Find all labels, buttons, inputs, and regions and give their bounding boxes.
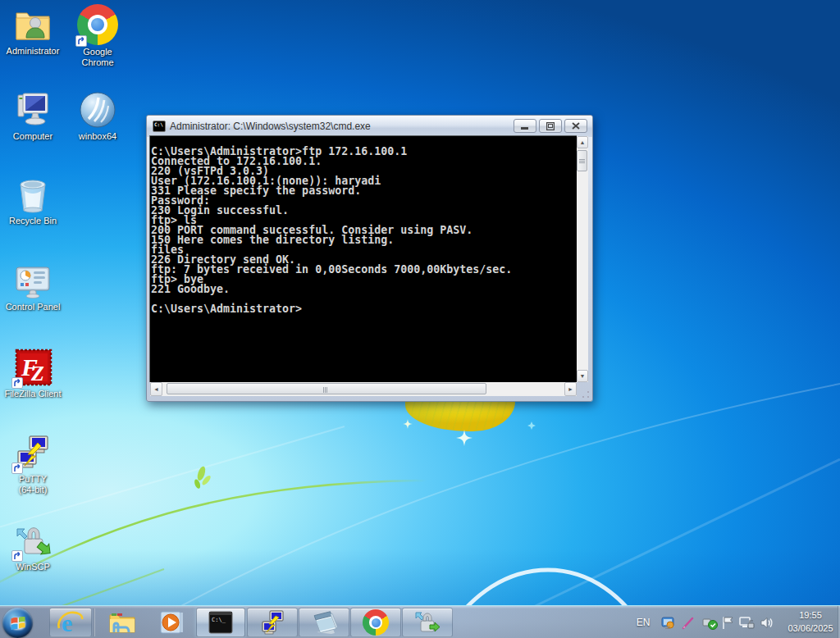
desktop-icon-administrator[interactable]: Administrator [0,5,66,57]
tray-date: 03/06/2025 [783,622,838,635]
desktop-icon-computer[interactable]: Computer [0,90,66,142]
sparkle-cyan [527,422,536,430]
close-button[interactable] [564,119,587,133]
resize-grip[interactable] [581,390,591,399]
shortcut-arrow-icon [75,35,87,47]
taskbar-putty[interactable] [247,608,298,637]
horizontal-scrollbar[interactable]: ◄ ► [150,382,577,396]
tray-action-center-flag-icon[interactable] [721,616,735,630]
taskbar-divider [94,608,95,636]
vertical-scrollbar[interactable]: ▲ ▼ [577,136,588,382]
taskbar-notepad[interactable] [299,608,349,637]
maximize-icon [546,122,555,130]
svg-text:C:\_: C:\_ [212,617,226,623]
internet-explorer-icon: e [57,609,84,636]
cmd-window: C:\ Administrator: C:\Windows\system32\c… [146,115,593,402]
shortcut-arrow-icon [11,377,23,389]
taskbar-internet-explorer[interactable]: e [49,608,92,637]
shortcut-arrow-icon [11,550,23,562]
taskbar-chrome[interactable] [350,608,401,637]
icon-label: Administrator [0,46,66,57]
tray-network-icon[interactable] [739,616,755,630]
cmd-window-title: Administrator: C:\Windows\system32\cmd.e… [170,121,371,132]
icon-label: winbox64 [65,131,130,142]
notepad-icon [311,609,337,636]
icon-label: Control Panel [0,302,66,312]
desktop-icon-filezilla-client[interactable]: F Z FileZilla Client [0,348,66,399]
desktop-icon-recycle-bin[interactable]: Recycle Bin [0,175,66,226]
minimize-button[interactable] [514,119,536,133]
winbox64-icon [78,90,117,130]
administrator-folder-icon [13,5,52,44]
maximize-button[interactable] [539,119,562,133]
scroll-right-button[interactable]: ► [564,382,577,396]
tray-language-indicator[interactable]: EN [632,606,655,638]
icon-label: Computer [0,131,66,142]
desktop-icon-google-chrome[interactable]: Google Chrome [65,4,130,68]
close-icon [572,122,580,130]
taskbar-cmd[interactable]: C:\_ [196,608,245,637]
taskbar-winscp[interactable] [402,608,453,637]
cmd-console-icon: C:\ [153,121,166,132]
icon-label: WinSCP [0,562,66,572]
recycle-bin-icon [13,175,52,214]
sparkle-small [403,419,413,429]
tray-pen-icon[interactable] [682,616,696,630]
control-panel-icon [13,264,52,300]
tray-volume-icon[interactable] [760,616,774,630]
desktop-icon-putty[interactable]: PuTTY (64-bit) [0,433,66,495]
horizontal-scroll-thumb[interactable] [167,383,486,394]
windows-logo-icon [9,615,27,631]
icon-label: Recycle Bin [0,216,66,226]
svg-text:Z: Z [30,362,44,385]
desktop-icon-control-panel[interactable]: Control Panel [0,264,66,312]
scroll-left-button[interactable]: ◄ [150,382,162,396]
folder-explorer-icon [108,610,136,635]
desktop: Administrator Google Chrome [0,0,840,638]
console-text: C:\Users\Administrator>ftp 172.16.100.1C… [151,147,512,314]
taskbar-media-player[interactable] [148,608,194,637]
tray-time: 19:55 [783,608,838,622]
media-player-icon [158,609,185,636]
tray-usb-eject-icon[interactable] [702,616,718,630]
cmd-titlebar[interactable]: C:\ Administrator: C:\Windows\system32\c… [147,116,592,137]
winscp-taskbar-icon [413,609,441,636]
icon-label: PuTTY (64-bit) [0,474,66,495]
cmd-taskbar-icon: C:\_ [208,611,233,634]
scroll-up-button[interactable]: ▲ [577,136,588,148]
desktop-icon-winbox64[interactable]: winbox64 [65,90,130,142]
icon-label: FileZilla Client [0,389,66,399]
desktop-icon-winscp[interactable]: WinSCP [0,521,66,572]
scroll-down-button[interactable]: ▼ [577,370,588,382]
sparkle-large [456,430,472,446]
tray-display-settings-icon[interactable] [661,616,675,630]
console-output[interactable]: C:\Users\Administrator>ftp 172.16.100.1C… [149,135,577,382]
vertical-scroll-thumb[interactable] [577,150,587,171]
computer-icon [13,90,52,130]
taskbar-windows-explorer[interactable] [99,608,145,637]
taskbar: e [0,605,840,638]
shortcut-arrow-icon [11,463,23,474]
chrome-taskbar-icon [363,609,389,636]
minimize-icon [521,127,528,130]
start-button[interactable] [2,608,33,638]
putty-taskbar-icon [259,609,285,636]
icon-label: Google Chrome [65,47,130,68]
tray-clock[interactable]: 19:55 03/06/2025 [783,608,838,635]
